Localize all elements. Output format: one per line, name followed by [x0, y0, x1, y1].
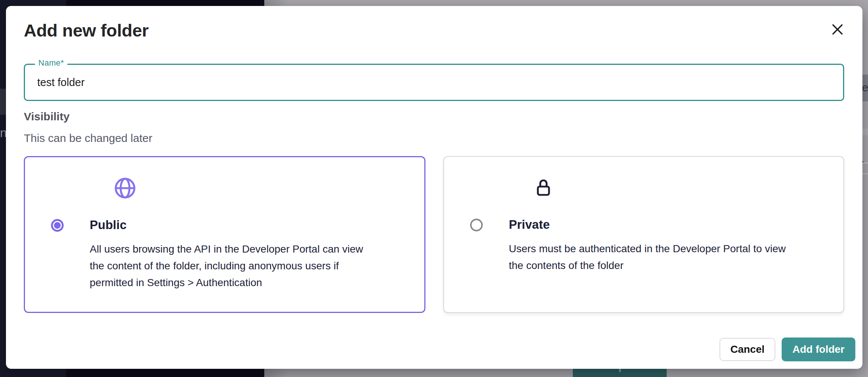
visibility-label: Visibility	[24, 110, 844, 123]
folder-name-label: Name*	[35, 58, 67, 68]
private-option-title: Private	[509, 217, 829, 232]
visibility-helper-text: This can be changed later	[24, 132, 844, 145]
cancel-button[interactable]: Cancel	[719, 338, 775, 361]
private-option-description: Users must be authenticated in the Devel…	[509, 240, 829, 274]
private-radio-column	[444, 175, 509, 312]
public-radio[interactable]	[51, 219, 64, 232]
visibility-options: Public All users browsing the API in the…	[24, 156, 844, 313]
lock-icon	[532, 175, 829, 200]
add-folder-dialog: Add new folder Name* Visibility This can…	[6, 6, 862, 369]
private-radio[interactable]	[470, 219, 483, 231]
private-option-content: Private Users must be authenticated in t…	[509, 175, 843, 312]
dialog-title: Add new folder	[24, 20, 844, 41]
globe-icon	[113, 176, 409, 200]
public-radio-column	[25, 176, 90, 312]
public-option-content: Public All users browsing the API in the…	[90, 176, 424, 312]
close-button[interactable]	[827, 19, 848, 39]
public-option-description: All users browsing the API in the Develo…	[90, 241, 409, 291]
close-icon	[830, 22, 845, 37]
folder-name-input[interactable]	[24, 64, 844, 101]
visibility-option-public[interactable]: Public All users browsing the API in the…	[24, 156, 425, 313]
dialog-footer: Cancel Add folder	[719, 338, 855, 361]
public-option-title: Public	[90, 218, 409, 232]
visibility-option-private[interactable]: Private Users must be authenticated in t…	[443, 156, 844, 313]
folder-name-field: Name*	[24, 64, 844, 101]
background-text-fragment-e: e	[862, 81, 868, 94]
add-folder-button[interactable]: Add folder	[782, 338, 855, 361]
